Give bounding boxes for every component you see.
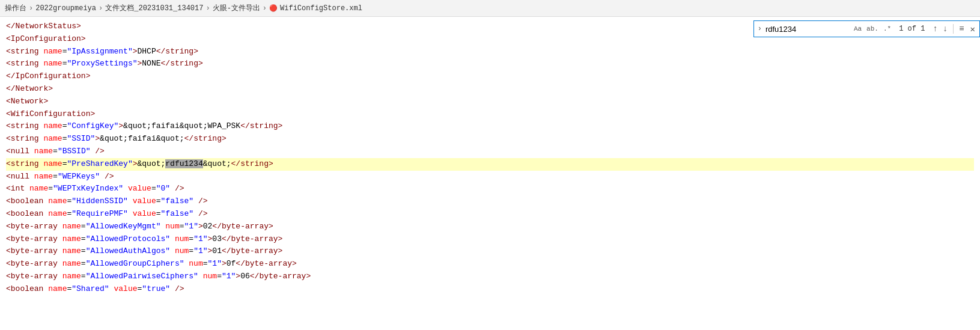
search-next-button[interactable]: ↓ [941, 24, 949, 34]
breadcrumb-sep-2: › [205, 4, 210, 13]
code-line: <Network> [6, 96, 974, 108]
code-line: <null name="WEPKeys" /> [6, 171, 974, 183]
search-close-button[interactable]: ✕ [969, 24, 977, 34]
breadcrumb-item-0[interactable]: 操作台 [5, 3, 26, 13]
code-line: </IpConfiguration> [6, 70, 974, 83]
code-line: <int name="WEPTxKeyIndex" value="0" /> [6, 183, 974, 195]
search-count: 1 of 1 [895, 25, 928, 33]
code-line: <byte-array name="AllowedPairwiseCiphers… [6, 270, 974, 283]
breadcrumb-sep-0: › [29, 4, 33, 13]
search-divider [953, 24, 954, 34]
code-line: <byte-array name="AllowedProtocols" num=… [6, 233, 974, 246]
search-prev-button[interactable]: ↑ [931, 24, 939, 34]
code-line: <boolean name="HiddenSSID" value="false"… [6, 195, 974, 208]
xml-file-icon: 🔴 [269, 4, 278, 12]
whole-word-button[interactable]: ab. [865, 25, 880, 33]
search-bar[interactable]: › Aa ab. .* 1 of 1 ↑ ↓ ≡ ✕ [753, 20, 980, 37]
breadcrumb-sep-3: › [263, 4, 267, 13]
breadcrumb-item-2[interactable]: 文件文档_20231031_134017 [105, 3, 203, 13]
breadcrumb-sep-1: › [99, 4, 103, 13]
code-line: <byte-array name="AllowedAuthAlgos" num=… [6, 245, 974, 258]
code-line: <string name="IpAssignment">DHCP</string… [6, 46, 974, 58]
regex-button[interactable]: .* [881, 25, 893, 33]
code-line: <byte-array name="AllowedKeyMgmt" num="1… [6, 221, 974, 233]
code-line: <null name="BSSID" /> [6, 145, 974, 158]
code-line: </Network> [6, 83, 974, 96]
search-expand-button[interactable]: › [756, 25, 763, 33]
breadcrumb-item-3[interactable]: 火眼-文件导出 [213, 3, 260, 13]
search-menu-button[interactable]: ≡ [957, 24, 966, 34]
breadcrumb-item-4[interactable]: WifiConfigStore.xml [280, 4, 362, 13]
search-options: Aa ab. .* [852, 25, 893, 33]
code-line: <string name="SSID">&quot;faifai&quot;</… [6, 133, 974, 145]
code-line: <boolean name="RequirePMF" value="false"… [6, 208, 974, 221]
breadcrumb: 操作台 › 2022groupmeiya › 文件文档_20231031_134… [0, 0, 980, 17]
code-line: <boolean name="Shared" value="true" /> [6, 283, 974, 296]
breadcrumb-item-1[interactable]: 2022groupmeiya [35, 4, 96, 13]
code-line: <string name="PreSharedKey">&quot;rdfu12… [6, 158, 974, 171]
code-line: <WifiConfiguration> [6, 108, 974, 121]
code-line: <string name="ConfigKey">&quot;faifai&qu… [6, 120, 974, 133]
code-area: </NetworkStatus><IpConfiguration><string… [0, 17, 980, 330]
search-input[interactable] [765, 25, 850, 34]
code-line: <byte-array name="AllowedGroupCiphers" n… [6, 258, 974, 270]
match-case-button[interactable]: Aa [852, 25, 863, 33]
search-navigation: ↑ ↓ [931, 24, 949, 34]
code-line: <string name="ProxySettings">NONE</strin… [6, 58, 974, 70]
